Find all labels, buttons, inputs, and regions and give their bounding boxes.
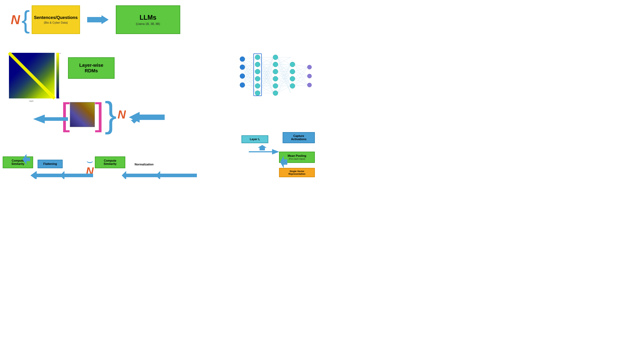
input-neuron-1 — [240, 56, 245, 62]
layer-l-box: Layer L — [242, 135, 268, 143]
sentences-box: Sentences/Questions (Bio & Cyber Data) — [32, 5, 80, 34]
input-neuron-4 — [240, 82, 245, 88]
compute-similarity-mid-label: Compute Similarity — [98, 159, 122, 166]
heatmap-container: Layer Layer Distance 0 — [4, 52, 61, 106]
layer-l-label: Layer L — [246, 138, 264, 141]
rdm-box: Layer-wise RDMs — [68, 57, 114, 79]
arrow-left-to-rdm — [129, 112, 165, 122]
arrow-right-to-capture — [249, 149, 279, 154]
mean-pooling-sub: (For each input) — [283, 158, 311, 160]
right-curly-brace: } — [105, 100, 117, 129]
l2-neuron-3 — [273, 69, 278, 74]
llms-box: LLMs (Llama 1B, 3B, 8B) — [116, 5, 180, 34]
l2-neuron-2 — [273, 62, 278, 67]
arrow-to-llms — [87, 14, 109, 25]
arrow-ll-to-cap — [258, 145, 267, 150]
matrix-visual — [70, 102, 95, 127]
l1-neuron-1 — [255, 55, 260, 60]
arrow-mp-to-norm — [156, 171, 197, 179]
n-brace-group: N { — [11, 7, 30, 32]
svg-line-96 — [294, 64, 308, 67]
svg-line-100 — [294, 72, 308, 76]
normalization-label: Normalization — [134, 163, 155, 166]
llms-subtitle: (Llama 1B, 3B, 8B) — [136, 22, 160, 26]
svg-line-102 — [294, 67, 308, 79]
n-matrix-label: N — [118, 108, 126, 121]
mean-pooling-label: Mean Pooling — [283, 154, 311, 158]
n-bottom-label: N — [86, 165, 94, 177]
svg-line-107 — [294, 85, 308, 86]
out-neuron-1 — [307, 65, 312, 69]
compute-similarity-left-label: Compute Similarity — [6, 159, 30, 166]
svg-text:0: 0 — [60, 98, 60, 99]
svg-rect-108 — [254, 54, 262, 96]
heatmap-svg: Layer Layer Distance 0 — [4, 52, 61, 106]
normalization-box: Normalization — [131, 161, 158, 168]
svg-line-106 — [294, 76, 308, 86]
l1-neuron-3 — [255, 69, 260, 74]
l1-neuron-2 — [255, 62, 260, 67]
l2-neuron-6 — [273, 90, 278, 96]
svg-line-99 — [294, 67, 308, 72]
l2-neuron-4 — [273, 76, 278, 81]
l1-neuron-5 — [255, 84, 260, 88]
out-neuron-2 — [307, 74, 312, 78]
compute-similarity-left-box: Compute Similarity — [3, 156, 33, 168]
svg-line-95 — [277, 86, 291, 93]
left-brace: { — [22, 7, 30, 32]
top-section: N { Sentences/Questions (Bio & Cyber Dat… — [0, 5, 322, 34]
llms-title: LLMs — [140, 14, 156, 21]
capture-label: Capture Activations — [287, 134, 311, 141]
input-neuron-3 — [240, 74, 245, 78]
flattening-label: Flattening — [41, 162, 59, 166]
arrow-flat-to-sim — [30, 171, 64, 179]
sentences-subtitle: (Bio & Cyber Data) — [44, 21, 68, 24]
neural-net-svg — [236, 50, 315, 108]
l1-neuron-4 — [255, 76, 260, 81]
svg-marker-0 — [87, 15, 109, 24]
capture-box: Capture Activations — [282, 132, 315, 143]
l1-neuron-6 — [255, 90, 260, 96]
compute-similarity-mid-box: Compute Similarity — [95, 156, 125, 168]
pink-bracket-left: [ — [61, 102, 70, 128]
n-bottom-group: ⌣ N — [86, 157, 94, 177]
arrow-norm-to-sim-mid — [122, 171, 158, 179]
arrow-nn-to-rdm — [131, 116, 138, 124]
matrix-group: [ ] } N — [61, 100, 126, 129]
svg-text:Layer Distance: Layer Distance — [60, 53, 61, 54]
svg-line-97 — [294, 64, 308, 76]
pink-bracket-right: ] — [95, 102, 104, 128]
bottom-curly-brace: ⌣ — [86, 157, 93, 165]
out-neuron-3 — [307, 83, 312, 87]
l3-neuron-3 — [290, 76, 295, 81]
sentences-title: Sentences/Questions — [34, 15, 78, 20]
l3-neuron-1 — [290, 62, 295, 67]
rdm-title: Layer-wise RDMs — [74, 62, 109, 74]
input-neuron-2 — [240, 64, 245, 70]
svg-rect-5 — [56, 53, 59, 98]
l3-neuron-2 — [290, 69, 295, 74]
flattening-box: Flattening — [38, 160, 63, 168]
svg-line-93 — [277, 72, 291, 93]
l2-neuron-1 — [273, 55, 278, 60]
neural-net — [236, 50, 315, 108]
svg-text:Layer: Layer — [29, 100, 34, 102]
n-label: N — [11, 12, 20, 27]
single-vector-box: Single Vector Representation — [279, 168, 315, 177]
l3-neuron-4 — [290, 84, 295, 88]
single-vector-label: Single Vector Representation — [282, 170, 312, 175]
bottom-section: Layer Layer Distance 0 Layer-wise RDMs — [0, 50, 322, 179]
mean-pooling-box: Mean Pooling (For each input) — [279, 152, 315, 163]
l2-neuron-5 — [273, 84, 278, 88]
